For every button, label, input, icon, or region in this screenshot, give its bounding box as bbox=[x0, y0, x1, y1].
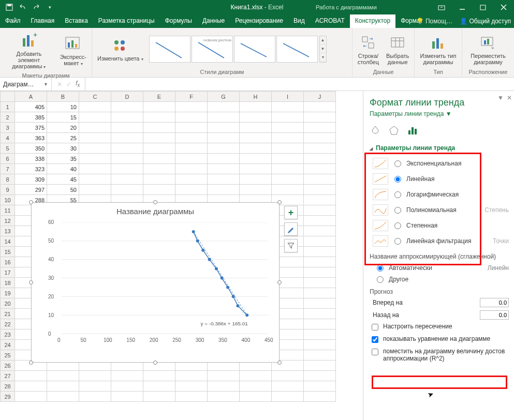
cell[interactable] bbox=[304, 381, 336, 392]
quick-layout-button[interactable]: Экспресс- макет ▾ bbox=[58, 33, 89, 68]
row-header[interactable]: 22 bbox=[1, 319, 15, 329]
row-header[interactable]: 28 bbox=[1, 381, 15, 392]
cell[interactable] bbox=[47, 381, 79, 392]
cell[interactable] bbox=[208, 174, 240, 185]
cell[interactable] bbox=[143, 154, 175, 164]
cell[interactable] bbox=[15, 371, 47, 381]
cell[interactable] bbox=[143, 123, 175, 133]
opt-linear[interactable]: Линейная bbox=[370, 171, 509, 187]
cell[interactable] bbox=[111, 185, 143, 195]
enter-fx-icon[interactable]: ✓ bbox=[66, 81, 71, 88]
switch-row-col-button[interactable]: Строка/ столбец bbox=[356, 32, 381, 66]
maximize-icon[interactable] bbox=[473, 0, 493, 14]
cell[interactable] bbox=[240, 112, 272, 123]
cell[interactable] bbox=[304, 267, 336, 278]
cell[interactable] bbox=[143, 112, 175, 123]
chart-styles-icon[interactable] bbox=[284, 222, 298, 236]
cell[interactable] bbox=[240, 174, 272, 185]
cell[interactable] bbox=[175, 133, 208, 143]
cell[interactable] bbox=[208, 381, 240, 392]
cell[interactable] bbox=[79, 154, 111, 164]
tab-pagelayout[interactable]: Разметка страницы bbox=[93, 14, 160, 28]
cell[interactable]: 30 bbox=[47, 143, 79, 154]
cell[interactable] bbox=[175, 164, 208, 174]
forecast-fwd-input[interactable] bbox=[480, 298, 509, 307]
row-header[interactable]: 1 bbox=[1, 102, 15, 112]
move-chart-button[interactable]: Переместить диаграмму bbox=[465, 32, 511, 66]
tab-home[interactable]: Главная bbox=[26, 14, 60, 28]
tab-view[interactable]: Вид bbox=[288, 14, 310, 28]
cell[interactable] bbox=[79, 143, 111, 154]
cell[interactable]: 323 bbox=[15, 164, 47, 174]
change-colors-button[interactable]: Изменить цвета ▾ bbox=[95, 35, 145, 64]
row-header[interactable]: 29 bbox=[1, 392, 15, 402]
row-header[interactable]: 24 bbox=[1, 340, 15, 350]
cell[interactable] bbox=[304, 216, 336, 226]
cell[interactable] bbox=[175, 143, 208, 154]
cell[interactable] bbox=[175, 102, 208, 112]
cell[interactable] bbox=[304, 288, 336, 298]
row-header[interactable]: 5 bbox=[1, 143, 15, 154]
cell[interactable] bbox=[143, 102, 175, 112]
name-auto[interactable]: Автоматически Линейн bbox=[370, 262, 509, 274]
close-icon[interactable] bbox=[493, 0, 514, 14]
cell[interactable] bbox=[304, 174, 336, 185]
cell[interactable] bbox=[272, 123, 304, 133]
chart-elements-icon[interactable]: + bbox=[284, 206, 298, 219]
cell[interactable] bbox=[304, 319, 336, 329]
cell[interactable]: 35 bbox=[47, 154, 79, 164]
row-header[interactable]: 7 bbox=[1, 164, 15, 174]
save-icon[interactable] bbox=[3, 2, 16, 13]
row-header[interactable]: 21 bbox=[1, 309, 15, 319]
cell[interactable] bbox=[272, 174, 304, 185]
cell[interactable] bbox=[304, 133, 336, 143]
show-r-squared[interactable]: поместить на диаграмму величину достов а… bbox=[370, 346, 509, 364]
row-header[interactable]: 25 bbox=[1, 350, 15, 361]
cell[interactable] bbox=[304, 329, 336, 340]
cell[interactable]: 10 bbox=[47, 102, 79, 112]
cell[interactable] bbox=[143, 185, 175, 195]
tab-design[interactable]: Конструктор bbox=[350, 14, 395, 28]
row-header[interactable]: 17 bbox=[1, 267, 15, 278]
cell[interactable] bbox=[111, 381, 143, 392]
cell[interactable]: 375 bbox=[15, 123, 47, 133]
cell[interactable]: 25 bbox=[47, 133, 79, 143]
row-header[interactable]: 12 bbox=[1, 216, 15, 226]
cell[interactable] bbox=[304, 205, 336, 216]
cell[interactable] bbox=[111, 371, 143, 381]
panel-close-icon[interactable]: ✕ bbox=[507, 94, 512, 101]
row-header[interactable]: 18 bbox=[1, 278, 15, 288]
cell[interactable] bbox=[304, 278, 336, 288]
row-header[interactable]: 26 bbox=[1, 361, 15, 371]
cell[interactable] bbox=[304, 257, 336, 267]
opt-logarithmic[interactable]: Логарифмическая bbox=[370, 187, 509, 202]
cell[interactable] bbox=[175, 123, 208, 133]
cell[interactable] bbox=[272, 154, 304, 164]
cell[interactable] bbox=[111, 112, 143, 123]
forecast-forward[interactable]: Вперед на bbox=[370, 296, 509, 309]
cell[interactable] bbox=[304, 309, 336, 319]
select-data-button[interactable]: Выбрать данные bbox=[384, 32, 411, 66]
row-header[interactable]: 20 bbox=[1, 298, 15, 309]
tab-acrobat[interactable]: ACROBAT bbox=[310, 14, 350, 28]
cell[interactable] bbox=[111, 154, 143, 164]
minimize-icon[interactable] bbox=[452, 0, 473, 14]
cell[interactable] bbox=[240, 185, 272, 195]
cell[interactable] bbox=[111, 392, 143, 402]
row-header[interactable]: 3 bbox=[1, 123, 15, 133]
tab-file[interactable]: Файл bbox=[0, 14, 26, 28]
trendline-options-icon[interactable] bbox=[407, 125, 418, 136]
cell[interactable] bbox=[15, 381, 47, 392]
name-other[interactable]: Другое bbox=[370, 274, 509, 285]
cell[interactable]: 50 bbox=[47, 185, 79, 195]
cell[interactable] bbox=[175, 185, 208, 195]
section-trendline-options[interactable]: Параметры линии тренда bbox=[370, 144, 509, 152]
row-header[interactable]: 2 bbox=[1, 112, 15, 123]
cell[interactable]: 363 bbox=[15, 133, 47, 143]
cell[interactable] bbox=[304, 195, 336, 205]
cell[interactable] bbox=[175, 154, 208, 164]
gallery-scroll[interactable]: ▲▼▾ bbox=[319, 36, 327, 63]
cell[interactable] bbox=[175, 392, 208, 402]
cell[interactable] bbox=[272, 102, 304, 112]
row-header[interactable]: 11 bbox=[1, 205, 15, 216]
